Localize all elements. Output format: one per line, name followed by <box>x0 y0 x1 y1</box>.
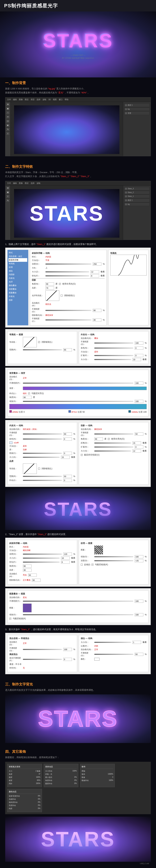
op-input[interactable] <box>135 341 143 345</box>
depth-input[interactable] <box>93 262 102 266</box>
menu-window[interactable]: 窗口 <box>59 98 63 101</box>
gradient-editor-bar[interactable] <box>9 404 147 409</box>
tool-move[interactable]: ✥ <box>6 186 10 190</box>
val[interactable]: 内部 <box>94 645 98 647</box>
range-input[interactable] <box>63 348 72 351</box>
slider[interactable] <box>45 275 89 276</box>
val[interactable]: 0% <box>38 798 40 801</box>
val[interactable]: 80% <box>37 779 40 782</box>
alt-input[interactable] <box>45 286 54 289</box>
sop-input[interactable] <box>93 318 102 321</box>
scale-input[interactable] <box>135 613 143 616</box>
val[interactable]: 0% <box>74 782 77 785</box>
menu-3d[interactable]: 3D <box>48 98 51 100</box>
layer-row[interactable]: Stars_3 <box>124 187 150 190</box>
pattern-thumb[interactable] <box>94 546 103 554</box>
slider[interactable] <box>94 442 131 443</box>
menu-image[interactable]: 图像 <box>19 182 23 185</box>
slider[interactable] <box>23 453 62 454</box>
val[interactable]: 上 <box>45 267 47 270</box>
val[interactable]: 0% <box>74 776 77 779</box>
noise-input[interactable] <box>135 346 143 350</box>
dist-input[interactable] <box>132 441 141 444</box>
val[interactable]: 颜色加深 <box>45 314 53 316</box>
menu-type[interactable]: 类型 <box>31 98 35 101</box>
menu-help[interactable]: 帮助 <box>65 98 69 101</box>
val[interactable]: 平滑 <box>45 259 49 261</box>
tool-crop[interactable]: ◫ <box>6 119 10 123</box>
invert-check[interactable] <box>81 564 83 566</box>
val[interactable]: 线性 <box>23 392 27 395</box>
tool-text[interactable]: T <box>6 195 10 198</box>
link-check[interactable] <box>9 618 11 620</box>
menu-filter[interactable]: 滤镜 <box>37 182 40 185</box>
val[interactable]: 100% <box>36 776 40 779</box>
val[interactable]: 0° <box>39 773 40 775</box>
sop-input[interactable] <box>32 579 41 582</box>
slider[interactable] <box>94 355 133 356</box>
val[interactable]: 3 像素 <box>36 770 40 772</box>
angle-input[interactable] <box>23 396 32 399</box>
style-item[interactable]: 样式 <box>8 251 27 254</box>
style-item[interactable]: 等高线 <box>8 262 27 266</box>
spread-input[interactable] <box>135 445 143 448</box>
tool-marquee[interactable]: ▣ <box>6 107 10 111</box>
slider[interactable] <box>23 659 62 660</box>
slider[interactable] <box>23 476 62 477</box>
val[interactable]: 0% <box>74 779 77 782</box>
slider[interactable] <box>23 457 60 458</box>
swatch-1[interactable] <box>69 410 71 413</box>
angle-input[interactable] <box>23 564 32 568</box>
eye-icon[interactable] <box>125 112 127 114</box>
hop-input[interactable] <box>28 574 37 577</box>
slider[interactable] <box>23 558 60 559</box>
style-item[interactable]: 描边 <box>8 269 27 273</box>
slider[interactable] <box>23 554 62 555</box>
val[interactable]: 0% <box>38 804 40 807</box>
val[interactable]: 线性减淡（添加） <box>23 428 38 431</box>
ig-color[interactable] <box>9 441 12 444</box>
slider[interactable] <box>94 451 131 452</box>
size-input[interactable] <box>132 450 141 453</box>
val[interactable]: 内斜面 <box>23 546 29 548</box>
tool-brush[interactable]: ✎ <box>6 199 10 203</box>
op-input[interactable] <box>135 600 143 603</box>
jitter-input[interactable] <box>63 479 72 482</box>
contour-thumb[interactable] <box>23 464 37 474</box>
op-input[interactable] <box>135 432 143 436</box>
spread-input[interactable] <box>135 354 143 357</box>
slider[interactable] <box>23 614 133 615</box>
contour-thumb[interactable] <box>23 337 37 347</box>
tool-text[interactable]: T <box>6 132 10 135</box>
op-input[interactable] <box>63 432 72 436</box>
alt-input[interactable] <box>23 568 32 572</box>
gloss-contour[interactable] <box>45 290 59 301</box>
depth-input[interactable] <box>63 553 72 556</box>
val[interactable]: 0% <box>38 795 40 797</box>
style-item[interactable]: 外发光 <box>8 294 27 298</box>
slider[interactable] <box>23 480 62 481</box>
menu-image[interactable]: 图像 <box>19 98 23 101</box>
slider[interactable] <box>45 264 91 265</box>
style-item[interactable]: 内阴影 <box>8 273 27 276</box>
val[interactable]: 颜色加深 <box>94 428 102 431</box>
val[interactable]: 3 <box>112 776 113 779</box>
style-item[interactable]: 渐变叠加 <box>8 287 27 291</box>
val[interactable]: 265% <box>36 782 40 785</box>
val[interactable]: 0% <box>38 801 40 804</box>
slider[interactable] <box>23 383 133 384</box>
val[interactable]: 雕刻清晰 <box>23 549 31 552</box>
menu-select[interactable]: 选择 <box>31 182 35 185</box>
stop-0[interactable]: af3b8e 位置 0 <box>9 410 25 413</box>
slider[interactable] <box>94 642 131 643</box>
angle-input[interactable] <box>45 282 54 286</box>
slider[interactable] <box>23 433 62 435</box>
slider[interactable] <box>94 347 133 349</box>
style-item[interactable]: 投影 <box>8 298 27 302</box>
val[interactable]: 无 <box>23 666 25 669</box>
eye-icon[interactable] <box>125 191 127 193</box>
layer-row[interactable]: Stars_1 <box>124 195 150 198</box>
stop-1[interactable]: 4f73c1 位置 50 <box>69 410 85 413</box>
layer-row[interactable]: 图层 1 <box>124 198 150 202</box>
eye-icon[interactable] <box>125 104 127 106</box>
